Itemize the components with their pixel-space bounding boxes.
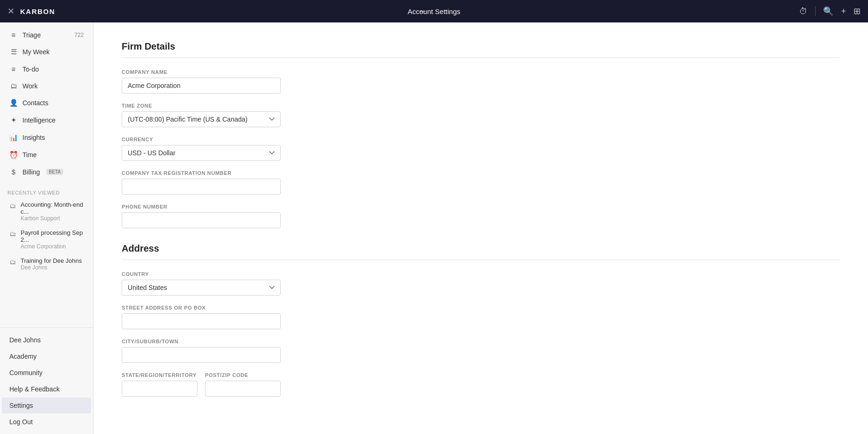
myweek-icon: ☰ <box>9 48 18 56</box>
firm-details-title: Firm Details <box>122 41 840 52</box>
payroll-title: Payroll processing Sep 2... <box>21 229 84 243</box>
phone-label: PHONE NUMBER <box>122 204 281 210</box>
zip-input[interactable] <box>205 381 281 397</box>
sidebar-item-time[interactable]: ⏰ Time <box>2 146 91 163</box>
city-group: CITY/SUBURB/TOWN <box>122 339 281 363</box>
sidebar-item-contacts[interactable]: 👤 Contacts <box>2 94 91 111</box>
country-select[interactable]: United States <box>122 280 281 296</box>
community-label: Community <box>9 369 43 376</box>
company-name-group: COMPANY NAME <box>122 69 281 94</box>
sidebar-bottom-help[interactable]: Help & Feedback <box>2 381 91 397</box>
training-text-block: Training for Dee Johns Dee Johns <box>21 257 82 271</box>
recent-item-accounting[interactable]: 🗂 Accounting: Month-end c... Karbon Supp… <box>2 198 91 225</box>
street-group: STREET ADDRESS OR PO BOX <box>122 305 281 329</box>
logout-label: Log Out <box>9 418 33 426</box>
company-name-input[interactable] <box>122 78 281 94</box>
timezone-select[interactable]: (UTC-08:00) Pacific Time (US & Canada) <box>122 111 281 127</box>
sidebar-item-myweek[interactable]: ☰ My Week <box>2 43 91 60</box>
topbar-actions: ⏱ 🔍 + ⊞ <box>799 6 861 16</box>
insights-icon: 📊 <box>9 133 18 142</box>
address-title: Address <box>122 243 840 254</box>
time-icon: ⏰ <box>9 151 18 159</box>
sidebar-nav: ≡ Triage 722 ☰ My Week ≡ To-do 🗂 Work 👤 … <box>0 22 93 184</box>
currency-select[interactable]: USD - US Dollar <box>122 145 281 161</box>
sidebar-bottom-logout[interactable]: Log Out <box>2 414 91 430</box>
training-icon: 🗂 <box>9 258 16 266</box>
sidebar-item-label: Work <box>22 82 37 90</box>
currency-group: CURRENCY USD - US Dollar <box>122 137 281 161</box>
payroll-text-block: Payroll processing Sep 2... Acme Corpora… <box>21 229 84 250</box>
recent-item-training[interactable]: 🗂 Training for Dee Johns Dee Johns <box>2 254 91 274</box>
state-input[interactable] <box>122 381 197 397</box>
triage-badge: 722 <box>74 32 84 38</box>
accounting-title: Accounting: Month-end c... <box>21 201 84 215</box>
dee-johns-label: Dee Johns <box>9 336 41 344</box>
payroll-icon: 🗂 <box>9 230 16 238</box>
currency-label: CURRENCY <box>122 137 281 142</box>
sidebar-item-label: Insights <box>22 134 45 141</box>
zip-group: POST/ZIP CODE <box>205 372 281 397</box>
sidebar-bottom: Dee Johns Academy Community Help & Feedb… <box>0 327 93 434</box>
timer-icon[interactable]: ⏱ <box>799 7 808 16</box>
page-title: Account Settings <box>408 7 460 15</box>
country-label: COUNTRY <box>122 271 281 277</box>
triage-icon: ≡ <box>9 31 18 39</box>
sidebar-item-triage[interactable]: ≡ Triage 722 <box>2 27 91 43</box>
sidebar-item-label: My Week <box>22 48 50 56</box>
accounting-text-block: Accounting: Month-end c... Karbon Suppor… <box>21 201 84 222</box>
sidebar-item-label: Billing <box>22 168 40 176</box>
sidebar-item-insights[interactable]: 📊 Insights <box>2 129 91 146</box>
sidebar-bottom-dee-johns[interactable]: Dee Johns <box>2 332 91 348</box>
todo-icon: ≡ <box>9 65 18 73</box>
phone-group: PHONE NUMBER <box>122 204 281 228</box>
settings-label: Settings <box>9 402 33 409</box>
accounting-subtitle: Karbon Support <box>21 215 84 222</box>
sidebar-item-todo[interactable]: ≡ To-do <box>2 61 91 77</box>
city-label: CITY/SUBURB/TOWN <box>122 339 281 344</box>
app-logo: KARBON <box>20 7 55 15</box>
help-label: Help & Feedback <box>9 385 59 393</box>
company-name-label: COMPANY NAME <box>122 69 281 75</box>
zip-label: POST/ZIP CODE <box>205 372 281 378</box>
sidebar-item-billing[interactable]: $ Billing BETA <box>2 164 91 180</box>
main-content: Firm Details COMPANY NAME TIME ZONE (UTC… <box>94 22 868 434</box>
street-input[interactable] <box>122 313 281 329</box>
search-icon[interactable]: 🔍 <box>823 6 833 16</box>
sidebar-item-intelligence[interactable]: ✦ Intelligence <box>2 112 91 129</box>
sidebar-bottom-academy[interactable]: Academy <box>2 348 91 364</box>
recently-viewed-label: Recently Viewed <box>0 184 93 197</box>
firm-details-section: Firm Details COMPANY NAME TIME ZONE (UTC… <box>122 41 840 228</box>
sidebar-item-label: Contacts <box>22 99 48 107</box>
grid-icon[interactable]: ⊞ <box>853 6 861 16</box>
city-input[interactable] <box>122 347 281 363</box>
address-divider <box>122 260 840 260</box>
topbar-divider <box>815 7 816 16</box>
recent-item-payroll[interactable]: 🗂 Payroll processing Sep 2... Acme Corpo… <box>2 226 91 253</box>
main-layout: ≡ Triage 722 ☰ My Week ≡ To-do 🗂 Work 👤 … <box>0 22 868 434</box>
sidebar-bottom-settings[interactable]: Settings <box>2 398 91 413</box>
sidebar-item-work[interactable]: 🗂 Work <box>2 78 91 94</box>
intelligence-icon: ✦ <box>9 116 18 124</box>
timezone-group: TIME ZONE (UTC-08:00) Pacific Time (US &… <box>122 103 281 127</box>
accounting-icon: 🗂 <box>9 202 16 210</box>
sidebar-item-label: Time <box>22 151 37 159</box>
sidebar-bottom-community[interactable]: Community <box>2 365 91 381</box>
country-group: COUNTRY United States <box>122 271 281 296</box>
tax-number-group: COMPANY TAX REGISTRATION NUMBER <box>122 170 281 195</box>
phone-input[interactable] <box>122 212 281 228</box>
sidebar-item-label: To-do <box>22 65 39 73</box>
close-icon[interactable]: ✕ <box>7 6 15 16</box>
address-section: Address COUNTRY United States STREET ADD… <box>122 243 840 406</box>
billing-icon: $ <box>9 168 18 176</box>
contacts-icon: 👤 <box>9 99 18 107</box>
street-label: STREET ADDRESS OR PO BOX <box>122 305 281 311</box>
sidebar-item-label: Triage <box>22 31 41 39</box>
academy-label: Academy <box>9 353 36 360</box>
state-label: STATE/REGION/TERRITORY <box>122 372 197 378</box>
tax-number-input[interactable] <box>122 179 281 195</box>
state-zip-row: STATE/REGION/TERRITORY POST/ZIP CODE <box>122 372 281 406</box>
sidebar: ≡ Triage 722 ☰ My Week ≡ To-do 🗂 Work 👤 … <box>0 22 94 434</box>
work-icon: 🗂 <box>9 82 18 90</box>
add-icon[interactable]: + <box>841 7 846 16</box>
state-group: STATE/REGION/TERRITORY <box>122 372 197 397</box>
